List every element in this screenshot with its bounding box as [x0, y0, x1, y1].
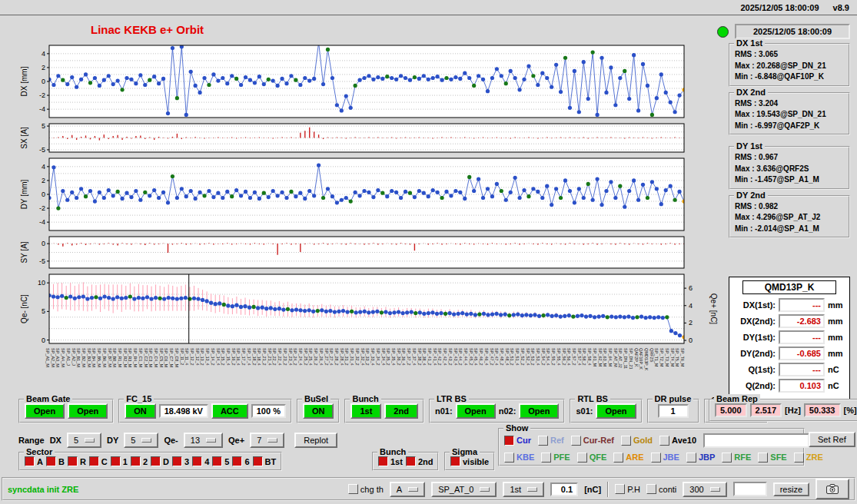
busel-on-button[interactable]: ON — [303, 403, 334, 419]
bunch-order-select[interactable]: 1st — [503, 482, 544, 497]
sector-6-checkbox[interactable]: 6 — [232, 456, 249, 466]
show-zre-checkbox[interactable]: ZRE — [794, 453, 823, 463]
sector-1-checkbox[interactable]: 1 — [111, 456, 128, 466]
checkbox-indicator[interactable] — [541, 453, 551, 463]
sector-r-checkbox[interactable]: R — [68, 456, 86, 466]
sector-a-label: A — [37, 457, 43, 466]
sector-bt-checkbox[interactable]: BT — [253, 456, 277, 466]
checkbox-indicator[interactable] — [131, 456, 141, 466]
sector-d-checkbox[interactable]: D — [151, 456, 169, 466]
range-dx-select[interactable]: 5 — [67, 433, 101, 448]
show-ref-checkbox[interactable]: Ref — [538, 436, 564, 446]
bunch-1st-button[interactable]: 1st — [350, 403, 381, 419]
range-qem-select[interactable]: 13 — [184, 433, 223, 448]
sector-5-checkbox[interactable]: 5 — [212, 456, 229, 466]
show-rfe-checkbox[interactable]: RFE — [722, 453, 751, 463]
ltr-n02-open-button[interactable]: Open — [519, 403, 559, 419]
checkbox-indicator[interactable] — [504, 453, 514, 463]
beam-gate-open-button-1[interactable]: Open — [25, 403, 65, 419]
interval-select[interactable]: 300 — [683, 482, 726, 497]
screenshot-button[interactable] — [815, 479, 849, 499]
show-cur-ref-checkbox[interactable]: Cur-Ref — [571, 436, 614, 446]
chg-th-checkbox[interactable]: chg th — [348, 484, 384, 494]
show-cur-checkbox[interactable]: Cur — [504, 436, 531, 446]
checkbox-indicator[interactable] — [111, 456, 121, 466]
checkbox-indicator[interactable] — [722, 453, 732, 463]
bunch-1st-checkbox[interactable]: 1st — [378, 456, 403, 466]
beam-gate-open-button-2[interactable]: Open — [68, 403, 108, 419]
range-qep-select[interactable]: 7 — [250, 433, 284, 448]
sector-2-checkbox[interactable]: 2 — [131, 456, 148, 466]
checkbox-indicator[interactable] — [615, 484, 625, 494]
show-cur-label: Cur — [517, 436, 531, 445]
sector-c-checkbox[interactable]: C — [89, 456, 108, 466]
set-ref-button[interactable]: Set Ref — [809, 432, 855, 447]
show-jbp-checkbox[interactable]: JBP — [686, 453, 715, 463]
stats-dy-1st: DY 1st RMS : 0.967 Max : 3.636@QRF2S Min… — [729, 146, 850, 190]
checkbox-indicator[interactable] — [68, 456, 78, 466]
checkbox-indicator[interactable] — [646, 484, 656, 494]
checkbox-indicator[interactable] — [571, 436, 581, 446]
range-qem-label: Qe- — [164, 436, 178, 445]
qmd-label: DY(1st): — [732, 333, 776, 342]
conti-checkbox[interactable]: conti — [646, 484, 676, 494]
checkbox-indicator[interactable] — [89, 456, 99, 466]
checkbox-indicator[interactable] — [450, 456, 460, 466]
stat-min: Min : -2.014@SP_A1_M — [735, 224, 845, 235]
show-rfe-label: RFE — [734, 453, 751, 462]
show-are-checkbox[interactable]: ARE — [613, 453, 643, 463]
checkbox-indicator[interactable] — [253, 456, 263, 466]
checkbox-indicator[interactable] — [46, 456, 56, 466]
ltr-n01-open-button[interactable]: Open — [456, 403, 496, 419]
rtl-s01-open-button[interactable]: Open — [596, 403, 636, 419]
show-pfe-checkbox[interactable]: PFE — [541, 453, 570, 463]
checkbox-indicator[interactable] — [172, 456, 182, 466]
checkbox-indicator[interactable] — [232, 456, 242, 466]
bunch-2nd-checkbox[interactable]: 2nd — [406, 456, 433, 466]
checkbox-indicator[interactable] — [538, 436, 548, 446]
sector-a-checkbox[interactable]: A — [25, 456, 43, 466]
top-titlebar: 2025/12/05 18:00:09 v8.9 — [0, 0, 857, 15]
ph-checkbox[interactable]: P.H — [615, 484, 640, 494]
sector-b-checkbox[interactable]: B — [46, 456, 65, 466]
checkbox-indicator[interactable] — [348, 484, 358, 494]
fc15-acc-button[interactable]: ACC — [211, 403, 248, 419]
checkbox-indicator[interactable] — [151, 456, 161, 466]
qmd-unit: mm — [828, 333, 843, 342]
show-jbe-checkbox[interactable]: JBE — [651, 453, 679, 463]
show-gold-checkbox[interactable]: Gold — [621, 436, 653, 446]
checkbox-indicator[interactable] — [794, 453, 804, 463]
sigma-visible-checkbox[interactable]: visible — [450, 456, 489, 466]
show-kbe-checkbox[interactable]: KBE — [504, 453, 534, 463]
threshold-unit: [nC] — [584, 485, 601, 494]
checkbox-indicator[interactable] — [192, 456, 202, 466]
sector-select[interactable]: A — [390, 482, 425, 497]
ref-file-input[interactable] — [703, 433, 809, 448]
resize-button[interactable]: resize — [773, 482, 809, 496]
checkbox-indicator[interactable] — [758, 453, 768, 463]
checkbox-indicator[interactable] — [651, 453, 661, 463]
checkbox-indicator[interactable] — [504, 436, 514, 446]
bunch-2nd-button[interactable]: 2nd — [384, 403, 418, 419]
replot-button[interactable]: Replot — [294, 433, 337, 448]
show-sfe-checkbox[interactable]: SFE — [758, 453, 786, 463]
fc15-on-button[interactable]: ON — [125, 403, 156, 419]
show-qfe-checkbox[interactable]: QFE — [577, 453, 607, 463]
checkbox-indicator[interactable] — [659, 436, 669, 446]
bpm-select[interactable]: SP_AT_0 — [431, 482, 497, 497]
stat-max: Max : 20.268@SP_DN_21 — [735, 61, 845, 72]
interval-input[interactable] — [733, 482, 767, 496]
checkbox-indicator[interactable] — [406, 456, 416, 466]
checkbox-indicator[interactable] — [25, 456, 35, 466]
checkbox-indicator[interactable] — [378, 456, 388, 466]
checkbox-indicator[interactable] — [577, 453, 587, 463]
sector-4-checkbox[interactable]: 4 — [192, 456, 209, 466]
show-ave10-checkbox[interactable]: Ave10 — [659, 436, 696, 446]
bunch-select-frame: Bunch 1st 2nd — [372, 452, 439, 471]
checkbox-indicator[interactable] — [613, 453, 623, 463]
sector-3-checkbox[interactable]: 3 — [172, 456, 189, 466]
checkbox-indicator[interactable] — [212, 456, 222, 466]
checkbox-indicator[interactable] — [621, 436, 631, 446]
range-dy-select[interactable]: 5 — [124, 433, 158, 448]
checkbox-indicator[interactable] — [686, 453, 696, 463]
